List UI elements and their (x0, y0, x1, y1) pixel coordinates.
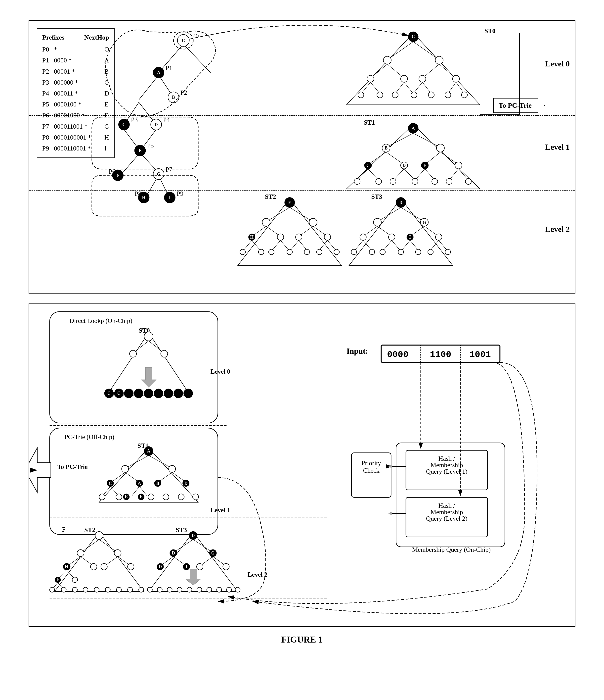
svg-point-172 (398, 249, 404, 255)
svg-text:C: C (109, 481, 112, 486)
svg-line-214 (125, 472, 139, 482)
svg-text:PC-Trie (Off-Chip): PC-Trie (Off-Chip) (64, 433, 114, 441)
svg-point-187 (130, 350, 136, 357)
svg-marker-189 (141, 368, 156, 387)
svg-text:D: D (184, 481, 188, 486)
svg-point-278 (139, 587, 144, 592)
svg-point-250 (77, 550, 84, 556)
svg-line-215 (159, 472, 172, 482)
svg-text:D: D (172, 550, 175, 555)
svg-line-216 (172, 472, 186, 482)
svg-line-88 (441, 152, 458, 164)
svg-line-213 (112, 472, 125, 482)
svg-line-120 (266, 226, 280, 236)
svg-point-235 (148, 494, 154, 500)
svg-point-137 (259, 249, 264, 255)
svg-point-173 (415, 249, 421, 255)
svg-point-105 (375, 179, 382, 184)
svg-point-272 (72, 587, 77, 592)
svg-text:P8: P8 (135, 190, 141, 197)
svg-line-122 (313, 226, 327, 236)
svg-point-75 (461, 92, 467, 98)
svg-point-188 (161, 350, 168, 357)
svg-line-254 (105, 556, 118, 566)
svg-line-152 (364, 226, 377, 236)
figure-caption: FIGURE 1 (10, 634, 594, 645)
svg-point-60 (453, 75, 459, 82)
svg-marker-335 (389, 512, 392, 515)
svg-point-127 (324, 234, 331, 240)
main-container: Prefixes NextHop P0 *O P1 0000 *A P2 000… (0, 0, 604, 700)
svg-text:B: B (385, 146, 388, 150)
svg-text:Membership Query (On-Chip): Membership Query (On-Chip) (412, 546, 491, 553)
svg-text:H: H (142, 195, 146, 200)
svg-point-59 (419, 75, 426, 82)
svg-point-108 (432, 179, 438, 184)
svg-point-184 (144, 332, 153, 341)
svg-line-97 (368, 169, 379, 180)
svg-point-118 (309, 218, 317, 226)
svg-point-74 (445, 92, 451, 98)
svg-line-131 (280, 240, 289, 251)
svg-point-199 (174, 389, 183, 398)
svg-point-140 (304, 249, 310, 255)
svg-text:Query (Level 1): Query (Level 1) (426, 468, 468, 475)
svg-point-233 (99, 494, 105, 500)
svg-line-153 (377, 226, 391, 236)
svg-point-110 (465, 179, 471, 184)
svg-text:A: A (147, 449, 150, 453)
svg-line-64 (404, 82, 413, 94)
svg-point-136 (240, 249, 245, 255)
svg-text:ST2: ST2 (84, 526, 96, 533)
svg-line-28 (122, 155, 138, 174)
svg-line-252 (68, 556, 81, 566)
svg-text:ST3: ST3 (371, 193, 382, 200)
svg-point-174 (428, 249, 433, 255)
svg-point-106 (390, 179, 396, 184)
svg-line-100 (415, 169, 425, 180)
svg-text:D: D (159, 564, 162, 569)
svg-line-101 (425, 169, 435, 180)
svg-line-253 (81, 556, 93, 566)
svg-line-49 (389, 42, 413, 59)
svg-text:Direct Lookp (On-Chip): Direct Lookp (On-Chip) (69, 317, 132, 324)
svg-line-80 (387, 133, 413, 147)
svg-point-300 (148, 587, 152, 592)
svg-point-277 (128, 587, 132, 592)
svg-text:A: A (138, 481, 141, 486)
svg-line-186 (149, 341, 163, 352)
svg-text:E: E (139, 148, 142, 153)
svg-point-236 (163, 494, 169, 500)
svg-point-194 (124, 389, 133, 398)
svg-text:C: C (107, 391, 111, 396)
svg-point-260 (128, 564, 134, 570)
svg-line-115 (267, 207, 290, 221)
svg-line-209 (126, 455, 149, 468)
svg-text:D: D (155, 122, 158, 127)
svg-point-259 (101, 564, 107, 570)
svg-point-57 (367, 75, 374, 82)
svg-line-249 (99, 540, 116, 552)
svg-point-138 (269, 249, 274, 255)
svg-line-98 (393, 169, 404, 180)
svg-text:C: C (366, 163, 370, 168)
top-diagram-svg: C P0 A P1 B P2 C P3 D P4 (29, 21, 575, 293)
svg-point-305 (197, 587, 202, 592)
svg-text:ST0: ST0 (484, 27, 496, 34)
svg-text:P1: P1 (165, 65, 172, 72)
svg-line-85 (369, 152, 386, 164)
svg-line-290 (173, 556, 186, 566)
svg-line-62 (370, 82, 380, 94)
svg-line-284 (193, 540, 212, 552)
svg-line-255 (117, 556, 130, 566)
svg-point-237 (178, 494, 184, 500)
svg-text:To PC-Trie: To PC-Trie (57, 463, 88, 470)
svg-text:C: C (182, 38, 185, 43)
svg-text:H: H (250, 234, 254, 240)
svg-point-306 (207, 587, 212, 592)
svg-text:G: G (211, 550, 215, 555)
svg-line-164 (392, 240, 400, 251)
svg-point-149 (373, 218, 381, 226)
svg-line-86 (386, 152, 403, 164)
svg-point-304 (187, 587, 192, 592)
